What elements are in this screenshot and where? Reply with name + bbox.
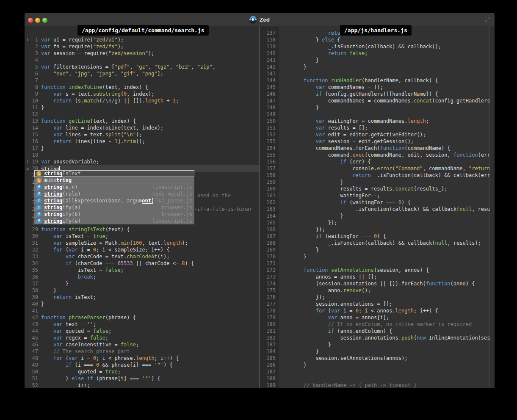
code-line-174[interactable]: 174 (session.annotations || []).forEach(… bbox=[260, 280, 495, 287]
autocomplete-item-2[interactable]: fstring(e,n)livescript.js bbox=[34, 184, 194, 191]
autocomplete-item-7[interactable]: fstringify(e)livescript.js bbox=[34, 218, 194, 224]
code-line-36[interactable]: 36 break; bbox=[25, 274, 259, 280]
code-line-45[interactable]: 45 var regex = false; bbox=[25, 334, 259, 341]
code-line-52[interactable]: 52 i++; bbox=[25, 382, 259, 388]
autocomplete-item-5[interactable]: fstringify(a)browser.js bbox=[34, 204, 194, 211]
code-line-163[interactable]: 163 _.isFunction(callback) && callback(n… bbox=[260, 206, 495, 213]
code-line-142[interactable]: 142 } bbox=[260, 64, 495, 70]
code-line-13[interactable]: 13function getLine(text, index) { bbox=[25, 118, 259, 124]
code-line-182[interactable]: 182 session.annotations.push(new InlineA… bbox=[260, 334, 495, 341]
code-line-167[interactable]: 167 if (waitingFor === 0) { bbox=[260, 233, 495, 240]
code-line-185[interactable]: 185 session.setAnnotations(annos); bbox=[260, 355, 495, 362]
code-line-172[interactable]: 172 function setAnnotations(session, ann… bbox=[260, 267, 495, 274]
code-line-165[interactable]: 165 }); bbox=[260, 219, 495, 226]
code-line-146[interactable]: 146 if (config.getHandlers()[handlerName… bbox=[260, 91, 495, 97]
code-line-151[interactable]: 151 var results = []; bbox=[260, 124, 495, 131]
code-line-9[interactable]: 9 var s = text.substring(0, index); bbox=[25, 91, 259, 97]
code-line-51[interactable]: 51 } else if (phrase[i] === '"') { bbox=[25, 375, 259, 382]
code-line-44[interactable]: 44 var quoted = false; bbox=[25, 328, 259, 334]
code-line-138[interactable]: 138 } else { bbox=[260, 36, 495, 43]
code-line-18[interactable]: 18 bbox=[25, 152, 259, 158]
code-line-164[interactable]: 164 } bbox=[260, 213, 495, 219]
code-line-8[interactable]: 8function indexToLine(text, index) { bbox=[25, 84, 259, 91]
code-line-149[interactable]: 149 bbox=[260, 111, 495, 118]
code-line-173[interactable]: 173 annos = annos || []; bbox=[260, 274, 495, 280]
code-line-145[interactable]: 145 var commandNames = []; bbox=[260, 84, 495, 91]
code-line-31[interactable]: 31 var sampleSize = Math.min(100, text.l… bbox=[25, 240, 259, 246]
code-line-46[interactable]: 46 var caseInsensitive = false; bbox=[25, 341, 259, 348]
code-line-158[interactable]: 158 return _.isFunction(callback) && cal… bbox=[260, 172, 495, 179]
code-line-40[interactable]: 40} bbox=[25, 301, 259, 307]
code-line-143[interactable]: 143 bbox=[260, 70, 495, 77]
code-line-48[interactable]: 48 for (var i = 0; i < phrase.length; i+… bbox=[25, 355, 259, 362]
scrollbar-track[interactable] bbox=[489, 26, 495, 388]
code-line-16[interactable]: 16 return lines[line - 1].trim(); bbox=[25, 138, 259, 145]
code-line-166[interactable]: 166 }); bbox=[260, 226, 495, 233]
code-line-176[interactable]: 176 }); bbox=[260, 294, 495, 301]
code-line-39[interactable]: 39 return isText; bbox=[25, 294, 259, 301]
code-line-37[interactable]: 37 } bbox=[25, 280, 259, 287]
code-line-186[interactable]: 186 } bbox=[260, 362, 495, 368]
code-line-181[interactable]: 181 if (anno.endColumn) { bbox=[260, 328, 495, 334]
code-line-140[interactable]: 140 return false; bbox=[260, 50, 495, 57]
pane-divider[interactable] bbox=[259, 26, 260, 388]
code-line-1[interactable]: i1var ui = require("zed/ui"); bbox=[25, 36, 259, 43]
code-line-41[interactable]: 41 bbox=[25, 307, 259, 314]
code-line-154[interactable]: 154 commandNames.forEach(function(comman… bbox=[260, 145, 495, 152]
autocomplete-item-0[interactable]: lstringIsText bbox=[34, 170, 194, 177]
code-line-19[interactable]: i19var unusedVariable; bbox=[25, 158, 259, 165]
code-line-147[interactable]: 147 commandNames = commandNames.concat(c… bbox=[260, 97, 495, 104]
code-line-160[interactable]: 160 results = results.concat(results_); bbox=[260, 185, 495, 192]
code-line-42[interactable]: 42function phraseParser(phrase) { bbox=[25, 314, 259, 321]
code-line-161[interactable]: 161 waitingFor--; bbox=[260, 192, 495, 199]
code-line-188[interactable]: 188 bbox=[260, 375, 495, 382]
autocomplete-item-3[interactable]: fstring(rule)mode-mysql.js bbox=[34, 191, 194, 197]
code-line-157[interactable]: 157 console.error("Command", commandName… bbox=[260, 165, 495, 172]
code-line-155[interactable]: 155 command.exec(commandName, edit, sess… bbox=[260, 152, 495, 158]
code-line-6[interactable]: 6 "exe", "jpg", "jpeg", "gif", "png"]; bbox=[25, 70, 259, 77]
code-line-170[interactable]: 170 } bbox=[260, 253, 495, 260]
code-line-15[interactable]: 15 var lines = text.split("\n"); bbox=[25, 131, 259, 138]
code-line-50[interactable]: 50 quoted = true; bbox=[25, 368, 259, 375]
code-line-49[interactable]: 49 if (i === 0 && phrase[i] === '"') { bbox=[25, 362, 259, 368]
code-line-171[interactable]: 171 bbox=[260, 260, 495, 267]
code-line-178[interactable]: 178 for (var i = 0; i < annos.length; i+… bbox=[260, 307, 495, 314]
code-line-17[interactable]: 17} bbox=[25, 145, 259, 152]
code-line-43[interactable]: 43 var text = ''; bbox=[25, 321, 259, 328]
code-line-33[interactable]: 33 var charCode = text.charCodeAt(i); bbox=[25, 253, 259, 260]
code-line-32[interactable]: 32 for (var i = 0; i < sampleSize; i++) … bbox=[25, 246, 259, 253]
code-line-177[interactable]: 177 session.annotations = []; bbox=[260, 301, 495, 307]
code-line-162[interactable]: 162 if (waitingFor === 0) { bbox=[260, 199, 495, 206]
code-line-152[interactable]: 152 var edit = editor.getActiveEditor(); bbox=[260, 131, 495, 138]
code-line-156[interactable]: 156 if (err) { bbox=[260, 158, 495, 165]
autocomplete-item-1[interactable]: lsubstring bbox=[34, 177, 194, 184]
code-line-34[interactable]: 34 if (charCode === 65533 || charCode <=… bbox=[25, 260, 259, 267]
code-line-47[interactable]: 47 // The search phrase part bbox=[25, 348, 259, 355]
code-line-159[interactable]: 159 } bbox=[260, 179, 495, 185]
code-line-189[interactable]: 189 // handlerName -> { path -> timeout … bbox=[260, 382, 495, 388]
code-line-148[interactable]: 148 } bbox=[260, 104, 495, 111]
code-line-38[interactable]: 38 } bbox=[25, 287, 259, 294]
code-line-184[interactable]: 184 } bbox=[260, 348, 495, 355]
code-line-35[interactable]: 35 isText = false; bbox=[25, 267, 259, 274]
code-line-168[interactable]: 168 _.isFunction(callback) && callback(n… bbox=[260, 240, 495, 246]
pane-handlers-js[interactable]: 137 return true;138 } else {139 _.isFunc… bbox=[260, 26, 495, 388]
code-line-180[interactable]: 180 // If no endColum, no inline marker … bbox=[260, 321, 495, 328]
autocomplete-item-6[interactable]: fstringify(b)browser.js bbox=[34, 211, 194, 218]
code-line-29[interactable]: 29function stringIsText(text) { bbox=[25, 226, 259, 233]
code-line-153[interactable]: 153 var session = edit.getSession(); bbox=[260, 138, 495, 145]
code-line-30[interactable]: 30 var isText = true; bbox=[25, 233, 259, 240]
code-line-169[interactable]: 169 } bbox=[260, 246, 495, 253]
code-line-4[interactable]: 4 bbox=[25, 57, 259, 64]
code-line-144[interactable]: 144 function runHandler(handlerName, cal… bbox=[260, 77, 495, 84]
code-line-11[interactable]: 11} bbox=[25, 104, 259, 111]
code-line-7[interactable]: 7 bbox=[25, 77, 259, 84]
code-line-187[interactable]: 187 bbox=[260, 368, 495, 375]
code-line-183[interactable]: 183 } bbox=[260, 341, 495, 348]
fullscreen-icon[interactable] bbox=[484, 16, 492, 23]
code-line-141[interactable]: 141 } bbox=[260, 57, 495, 64]
code-line-12[interactable]: 12 bbox=[25, 111, 259, 118]
code-line-14[interactable]: 14 var line = indexToLine(text, index); bbox=[25, 124, 259, 131]
code-line-2[interactable]: 2var fs = require("zed/fs"); bbox=[25, 43, 259, 50]
code-line-175[interactable]: 175 anno.remove(); bbox=[260, 287, 495, 294]
